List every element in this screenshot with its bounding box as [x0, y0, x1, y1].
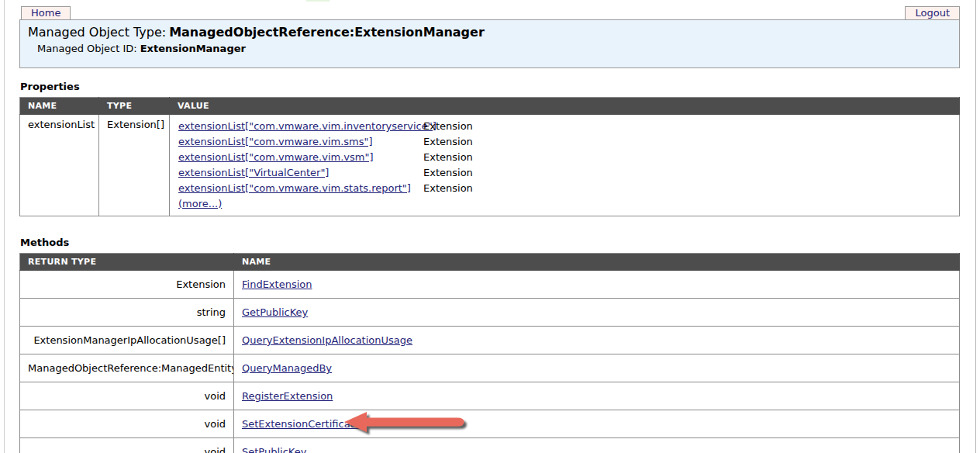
column-header-type: TYPE — [99, 98, 170, 115]
method-row: ExtensionManagerIpAllocationUsage[] Quer… — [20, 327, 960, 354]
method-return-type: Extension — [20, 271, 234, 299]
method-link[interactable]: QueryManagedBy — [242, 362, 332, 374]
properties-header-row: NAME TYPE VALUE — [20, 98, 960, 115]
method-link[interactable]: SetPublicKey — [242, 446, 306, 453]
logout-button[interactable]: Logout — [905, 6, 960, 19]
property-name-cell: extensionList — [20, 115, 99, 216]
screen-artifact — [306, 0, 330, 2]
more-link[interactable]: (more...) — [178, 198, 222, 209]
property-value-link-wrap: extensionList["com.vmware.vim.inventorys… — [178, 119, 423, 134]
method-name-cell: FindExtension — [234, 271, 960, 299]
property-type-cell: Extension[] — [99, 115, 170, 216]
method-row: ManagedObjectReference:ManagedEntity[] Q… — [20, 354, 960, 382]
method-name-cell: QueryExtensionIpAllocationUsage — [234, 327, 960, 354]
property-value-link-wrap: extensionList["com.vmware.vim.stats.repo… — [178, 181, 423, 196]
methods-table: RETURN TYPE NAME Extension FindExtension… — [19, 253, 960, 453]
property-value-type: Extension — [423, 167, 473, 178]
method-return-type: void — [20, 410, 234, 438]
method-name-cell: SetPublicKey — [234, 438, 960, 453]
property-value-link[interactable]: extensionList["com.vmware.vim.vsm"] — [178, 151, 373, 163]
object-type-value: ManagedObjectReference:ExtensionManager — [169, 25, 485, 40]
property-value-type: Extension — [423, 182, 473, 194]
methods-heading: Methods — [20, 237, 960, 248]
method-name-cell: QueryManagedBy — [234, 354, 960, 382]
method-link[interactable]: GetPublicKey — [242, 306, 308, 318]
frame-divider-right — [975, 0, 976, 453]
top-nav-bar: Home Logout — [19, 6, 960, 19]
property-value-link-wrap: extensionList["com.vmware.vim.vsm"] — [178, 150, 423, 165]
method-link[interactable]: QueryExtensionIpAllocationUsage — [242, 334, 412, 346]
method-link[interactable]: RegisterExtension — [242, 390, 333, 402]
object-header-box: Managed Object Type:ManagedObjectReferen… — [19, 19, 960, 68]
method-return-type: string — [20, 299, 234, 327]
method-return-type: void — [20, 382, 234, 410]
property-value-cell: extensionList["com.vmware.vim.inventorys… — [170, 115, 960, 216]
column-header-value: VALUE — [170, 98, 960, 115]
method-return-type: ManagedObjectReference:ManagedEntity[] — [20, 354, 234, 382]
mob-page: Home Logout Managed Object Type:ManagedO… — [19, 6, 960, 453]
method-row: void RegisterExtension — [20, 382, 960, 410]
frame-divider-left — [4, 0, 5, 453]
method-name-cell: RegisterExtension — [234, 382, 960, 410]
object-id-value: ExtensionManager — [140, 43, 246, 54]
property-value-link-wrap: extensionList["VirtualCenter"] — [178, 165, 423, 181]
property-row: extensionList Extension[] extensionList[… — [20, 115, 960, 216]
method-link[interactable]: SetExtensionCertificate — [242, 418, 361, 430]
property-value-link[interactable]: extensionList["com.vmware.vim.sms"] — [178, 136, 373, 147]
method-link[interactable]: FindExtension — [242, 278, 312, 290]
method-return-type: void — [20, 438, 234, 453]
object-type-label: Managed Object Type: — [28, 25, 166, 40]
property-more-row: (more...) — [178, 196, 951, 212]
column-header-name: NAME — [20, 98, 99, 115]
method-row: void SetPublicKey — [20, 438, 960, 453]
column-header-return-type: RETURN TYPE — [20, 254, 234, 271]
property-value-row: extensionList["com.vmware.vim.sms"]Exten… — [178, 134, 951, 150]
properties-heading: Properties — [20, 81, 960, 92]
object-id-label: Managed Object ID: — [37, 43, 137, 54]
object-id-line: Managed Object ID:ExtensionManager — [37, 43, 951, 55]
property-value-link-wrap: extensionList["com.vmware.vim.sms"] — [178, 134, 423, 150]
methods-header-row: RETURN TYPE NAME — [20, 254, 960, 271]
page-title: Managed Object Type:ManagedObjectReferen… — [28, 25, 951, 40]
method-name-cell: SetExtensionCertificate — [234, 410, 960, 438]
property-value-link[interactable]: extensionList["com.vmware.vim.stats.repo… — [178, 182, 411, 194]
property-value-type: Extension — [423, 136, 473, 147]
property-value-row: extensionList["VirtualCenter"]Extension — [178, 165, 951, 181]
properties-table: NAME TYPE VALUE extensionList Extension[… — [19, 97, 960, 216]
property-value-type: Extension — [423, 120, 473, 132]
method-row: Extension FindExtension — [20, 271, 960, 299]
property-value-row: extensionList["com.vmware.vim.inventorys… — [178, 119, 951, 134]
property-value-row: extensionList["com.vmware.vim.vsm"]Exten… — [178, 150, 951, 165]
column-header-method-name: NAME — [234, 254, 960, 271]
method-row: void SetExtensionCertificate — [20, 410, 960, 438]
home-button[interactable]: Home — [21, 6, 71, 19]
method-row: string GetPublicKey — [20, 299, 960, 327]
method-name-cell: GetPublicKey — [234, 299, 960, 327]
property-value-link[interactable]: extensionList["com.vmware.vim.inventorys… — [178, 120, 437, 132]
property-value-type: Extension — [423, 151, 473, 163]
property-value-link[interactable]: extensionList["VirtualCenter"] — [178, 167, 329, 178]
method-return-type: ExtensionManagerIpAllocationUsage[] — [20, 327, 234, 354]
property-value-row: extensionList["com.vmware.vim.stats.repo… — [178, 181, 951, 196]
